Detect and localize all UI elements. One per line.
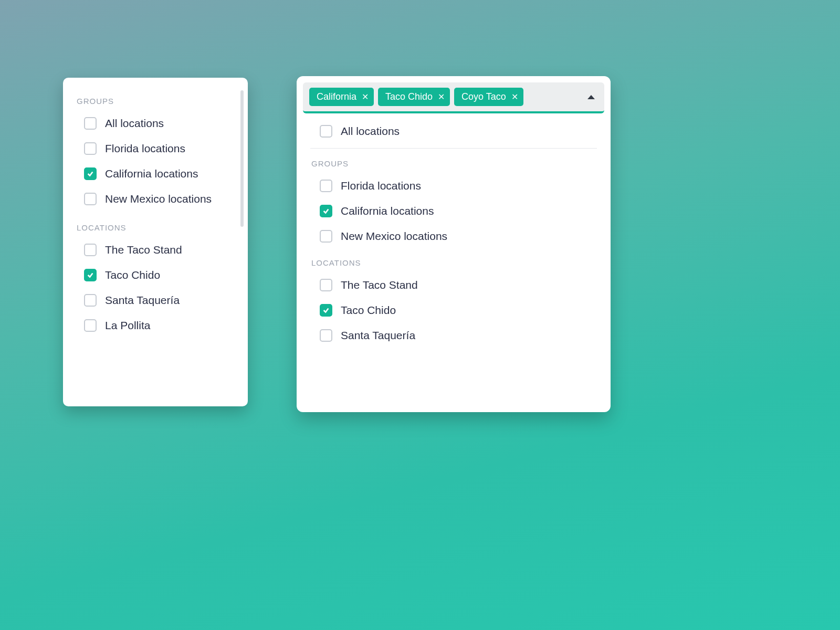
chip-taco-chido[interactable]: Taco Chido ✕ [378,88,450,106]
checkbox[interactable] [320,329,332,342]
checkbox-row-florida[interactable]: Florida locations [63,136,248,161]
checkbox-label: All locations [105,117,164,130]
checkbox-label: Taco Chido [341,304,396,317]
filter-panel-with-chips: California ✕ Taco Chido ✕ Coyo Taco ✕ Al… [297,76,611,412]
checkbox[interactable] [84,193,97,205]
close-icon[interactable]: ✕ [362,93,369,101]
checkbox-label: New Mexico locations [341,230,447,243]
checkbox[interactable] [320,279,332,291]
checkbox-row-taco-stand[interactable]: The Taco Stand [297,272,611,298]
checkbox-label: Florida locations [105,142,185,155]
checkbox[interactable] [320,125,332,138]
chip-label: Taco Chido [385,91,433,102]
checkbox[interactable] [320,205,332,217]
checkbox-row-all-locations[interactable]: All locations [63,111,248,136]
checkbox-label: The Taco Stand [105,244,182,256]
caret-up-icon[interactable] [587,95,595,99]
checkbox-label: Santa Taquería [341,329,415,342]
checkbox[interactable] [84,244,97,256]
scrollbar[interactable] [240,90,244,227]
checkbox-row-florida[interactable]: Florida locations [297,173,611,198]
checkbox[interactable] [84,117,97,130]
checkbox[interactable] [84,167,97,180]
checkbox-label: California locations [341,205,434,217]
checkbox-row-la-pollita[interactable]: La Pollita [63,313,248,338]
checkbox-row-taco-chido[interactable]: Taco Chido [63,262,248,288]
selected-chips-bar[interactable]: California ✕ Taco Chido ✕ Coyo Taco ✕ [303,82,604,113]
checkbox-row-california[interactable]: California locations [63,161,248,186]
checkbox-row-santa-taqueria[interactable]: Santa Taquería [297,323,611,348]
checkbox[interactable] [84,294,97,307]
checkbox-row-all-locations[interactable]: All locations [297,119,611,144]
dropdown-body: All locations GROUPS Florida locations C… [297,113,611,348]
checkbox-label: California locations [105,167,198,180]
checkbox-label: The Taco Stand [341,279,418,291]
section-header-locations: LOCATIONS [297,249,611,272]
checkbox-row-california[interactable]: California locations [297,198,611,224]
checkbox[interactable] [320,180,332,192]
checkbox-label: New Mexico locations [105,193,212,205]
chip-label: California [317,91,356,102]
close-icon[interactable]: ✕ [511,93,518,101]
chip-california[interactable]: California ✕ [309,88,374,106]
checkbox[interactable] [84,319,97,332]
checkbox-row-taco-stand[interactable]: The Taco Stand [63,237,248,262]
checkbox[interactable] [320,304,332,317]
chip-label: Coyo Taco [461,91,506,102]
close-icon[interactable]: ✕ [438,93,445,101]
chip-coyo-taco[interactable]: Coyo Taco ✕ [454,88,523,106]
section-header-locations: LOCATIONS [63,212,248,237]
checkbox[interactable] [84,142,97,155]
checkbox[interactable] [320,230,332,243]
checkbox-row-santa-taqueria[interactable]: Santa Taquería [63,288,248,313]
checkbox-label: All locations [341,125,400,138]
checkbox-label: Taco Chido [105,269,160,281]
filter-panel-simple: GROUPS All locations Florida locations C… [63,78,248,406]
checkbox-label: Santa Taquería [105,294,180,307]
checkbox[interactable] [84,269,97,281]
section-header-groups: GROUPS [297,150,611,173]
section-header-groups: GROUPS [63,90,248,111]
checkbox-row-new-mexico[interactable]: New Mexico locations [63,186,248,212]
checkbox-label: La Pollita [105,319,150,332]
divider [310,148,597,149]
checkbox-label: Florida locations [341,180,421,192]
checkbox-row-new-mexico[interactable]: New Mexico locations [297,224,611,249]
checkbox-row-taco-chido[interactable]: Taco Chido [297,298,611,323]
